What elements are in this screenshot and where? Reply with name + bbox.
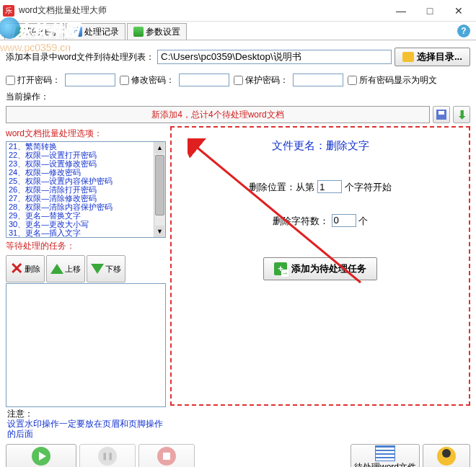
- pending-list-button[interactable]: 待处理word文件列表: [351, 444, 420, 467]
- list-item[interactable]: 31、更名—插入文字: [6, 228, 154, 237]
- exit-icon: [437, 447, 456, 466]
- option-panel: 文件更名：删除文字 删除位置：从第 个字符开始 删除字符数： 个 + 添加为待处…: [170, 126, 470, 406]
- status-message: 新添加4，总计4个待处理word文档: [6, 106, 430, 123]
- path-label: 添加本目录中word文件到待处理列表：: [6, 51, 154, 63]
- list-item[interactable]: 25、权限—设置内容保护密码: [6, 177, 154, 185]
- record-icon: [72, 27, 82, 37]
- move-down-button[interactable]: 下移: [87, 255, 125, 283]
- help-button[interactable]: ?: [457, 25, 470, 37]
- tab-my-tasks[interactable]: 我的任务: [4, 23, 64, 40]
- stop-button[interactable]: 停止: [138, 444, 195, 467]
- arrow-down-icon: [91, 264, 104, 274]
- pause-icon: [98, 447, 117, 466]
- task-listbox[interactable]: [6, 283, 166, 407]
- protect-pwd-check[interactable]: 保护密码：: [234, 74, 288, 86]
- save-icon: [436, 110, 446, 120]
- scroll-down[interactable]: ▼: [155, 226, 164, 237]
- tab-params[interactable]: 参数设置: [127, 23, 187, 40]
- stop-icon: [157, 447, 176, 466]
- list-item[interactable]: 24、权限—修改密码: [6, 168, 154, 177]
- scroll-up[interactable]: ▲: [155, 142, 164, 154]
- list-item[interactable]: 26、权限—清除打开密码: [6, 185, 154, 194]
- move-up-button[interactable]: 上移: [46, 255, 85, 283]
- save-button[interactable]: [433, 106, 450, 123]
- protect-pwd-input[interactable]: [293, 74, 343, 86]
- pending-title: 等待处理的任务：: [6, 238, 166, 254]
- modify-pwd-input[interactable]: [179, 74, 229, 86]
- tasks-icon: [11, 27, 21, 37]
- modify-pwd-check[interactable]: 修改密码：: [120, 74, 175, 86]
- scrollbar[interactable]: ▲ ▼: [154, 142, 165, 237]
- list-item[interactable]: 29、更名—替换文字: [6, 211, 154, 220]
- path-input[interactable]: [157, 50, 392, 64]
- app-icon: 乐: [3, 5, 14, 17]
- minimize-button[interactable]: —: [387, 1, 415, 21]
- current-op-label: 当前操作：: [0, 89, 476, 104]
- add-task-button[interactable]: + 添加为待处理任务: [263, 257, 377, 280]
- window-title: word文档批量处理大师: [19, 4, 387, 17]
- options-title: word文档批量处理选项：: [6, 126, 166, 141]
- delete-button[interactable]: ✕删除: [6, 255, 45, 283]
- play-icon: [32, 447, 50, 466]
- list-item[interactable]: 23、权限—设置修改密码: [6, 159, 154, 168]
- list-icon: [375, 445, 395, 461]
- note: 注意： 设置水印操作一定要放在页眉和页脚操作的后面: [6, 407, 166, 440]
- open-pwd-input[interactable]: [65, 74, 115, 86]
- folder-icon: [402, 52, 414, 62]
- add-icon: +: [274, 262, 287, 275]
- plain-pwd-check[interactable]: 所有密码显示为明文: [348, 74, 437, 86]
- panel-title: 文件更名：删除文字: [177, 133, 463, 170]
- pause-button[interactable]: 暂停: [79, 444, 136, 467]
- close-button[interactable]: ✕: [444, 1, 473, 21]
- exit-button[interactable]: 退出: [423, 444, 470, 467]
- list-item[interactable]: 30、更名—更改大小写: [6, 220, 154, 228]
- list-item[interactable]: 28、权限—清除内容保护密码: [6, 203, 154, 211]
- download-icon: ⬇: [457, 108, 467, 122]
- delete-pos-input[interactable]: [317, 180, 342, 193]
- open-pwd-check[interactable]: 打开密码：: [6, 74, 61, 86]
- options-listbox[interactable]: 21、繁简转换22、权限—设置打开密码23、权限—设置修改密码24、权限—修改密…: [6, 141, 166, 238]
- browse-button[interactable]: 选择目录...: [395, 48, 470, 66]
- delete-count-input[interactable]: [332, 214, 356, 227]
- tab-record[interactable]: 处理记录: [66, 23, 125, 40]
- process-all-button[interactable]: 处理所有任务: [6, 444, 76, 467]
- list-item[interactable]: 21、繁简转换: [6, 142, 154, 151]
- delete-icon: ✕: [10, 261, 23, 277]
- gear-icon: [133, 27, 144, 37]
- maximize-button[interactable]: □: [415, 1, 444, 21]
- download-button[interactable]: ⬇: [453, 106, 470, 123]
- arrow-up-icon: [50, 264, 63, 274]
- list-item[interactable]: 22、权限—设置打开密码: [6, 151, 154, 159]
- list-item[interactable]: 27、权限—清除修改密码: [6, 194, 154, 203]
- scroll-thumb[interactable]: [155, 155, 164, 215]
